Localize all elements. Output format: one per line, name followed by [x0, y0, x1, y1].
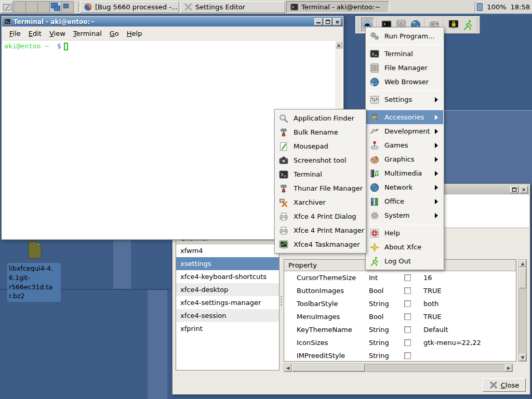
menu-item-games[interactable]: Games	[366, 138, 443, 152]
locked-checkbox[interactable]	[404, 352, 411, 359]
desktop-file-icon[interactable]: libxfcequi4-4. 6.1git- r566ec31d.ta r.bz…	[7, 241, 61, 302]
property-type: Int	[365, 274, 396, 282]
close-window-button[interactable]: ×	[520, 186, 528, 193]
workspace-cell-active[interactable]	[49, 1, 62, 13]
property-row[interactable]: KeyThemeName String Default	[284, 323, 516, 336]
menu-terminal[interactable]: Terminal	[73, 30, 102, 37]
submenu-item-mousepad[interactable]: Mousepad	[275, 139, 365, 153]
menu-go[interactable]: Go	[110, 30, 119, 37]
launcher-lock-screen[interactable]	[447, 18, 460, 32]
submenu-item-screenshot-tool[interactable]: Screenshot tool	[275, 153, 365, 167]
minimize-button[interactable]	[314, 18, 323, 25]
taskbar-button-label: Terminal - aki@entoo:~	[301, 3, 381, 11]
locked-checkbox[interactable]	[404, 287, 411, 294]
menu-item-network[interactable]: Network	[366, 180, 443, 194]
scroll-left-button[interactable]: ◀	[284, 364, 291, 371]
menu-item-development[interactable]: Development	[366, 124, 443, 138]
panel-handle[interactable]	[476, 18, 478, 32]
menu-item-multimedia[interactable]: Multimedia	[366, 166, 443, 180]
submenu-item-bulk-rename[interactable]: Bulk Rename	[275, 125, 365, 139]
locked-checkbox[interactable]	[404, 339, 411, 346]
menu-item-about-xfce[interactable]: About Xfce	[366, 240, 443, 254]
maximize-button[interactable]	[510, 186, 518, 193]
maximize-button[interactable]	[324, 18, 332, 25]
menu-item-run-program[interactable]: Run Program...	[366, 29, 443, 43]
vertical-scrollbar[interactable]: ▲ ▼	[518, 259, 527, 362]
taskbar-button-firefox[interactable]: [Bug 5660 processed -...	[80, 1, 179, 13]
locked-checkbox[interactable]	[404, 326, 411, 333]
locked-checkbox[interactable]	[404, 300, 411, 307]
channel-row[interactable]: xfce4-desktop	[176, 283, 279, 296]
taskbar-button-settings-editor[interactable]: Settings Editor	[180, 1, 285, 13]
column-header-property[interactable]: Property	[284, 260, 365, 271]
scroll-right-button[interactable]: ▶	[505, 364, 512, 371]
menu-edit[interactable]: Edit	[29, 30, 42, 37]
scroll-down-button[interactable]: ▼	[519, 354, 526, 361]
close-window-button[interactable]: ×	[333, 18, 341, 25]
submenu-item-taskmanager[interactable]: Xfce4 Taskmanager	[275, 237, 365, 251]
channel-row[interactable]: xfprint	[176, 322, 279, 335]
scrollbar-thumb[interactable]	[292, 364, 365, 371]
menu-item-label: Application Finder	[294, 114, 354, 122]
menu-item-terminal[interactable]: Terminal	[366, 47, 443, 61]
menu-item-settings[interactable]: Settings	[366, 92, 443, 107]
menu-item-label: Multimedia	[384, 169, 422, 177]
menu-item-help[interactable]: Help	[366, 226, 443, 240]
submenu-item-application-finder[interactable]: Application Finder	[275, 111, 365, 125]
scrollbar-thumb[interactable]	[519, 268, 526, 288]
launcher-logout[interactable]	[462, 18, 475, 32]
workspace-cell[interactable]	[14, 1, 26, 13]
workspace-cell[interactable]	[61, 1, 74, 13]
submenu-item-thunar[interactable]: Thunar File Manager	[275, 181, 365, 195]
workspace-cell[interactable]	[37, 1, 50, 13]
panel-separator	[474, 2, 476, 12]
xfce-main-menu: Run Program... Terminal File Manager Web…	[365, 27, 444, 270]
property-row[interactable]: IconSizes String gtk-menu=22,22	[284, 336, 516, 349]
submenu-item-xarchiver[interactable]: Xarchiver	[275, 195, 365, 209]
submenu-item-print-manager[interactable]: Xfce 4 Print Manager	[275, 223, 365, 237]
menu-item-label: Thunar File Manager	[294, 184, 363, 192]
taskbar-button-terminal[interactable]: Terminal - aki@entoo:~	[286, 1, 389, 13]
panel-handle[interactable]	[357, 18, 360, 32]
menu-item-file-manager[interactable]: File Manager	[366, 61, 443, 75]
terminal-titlebar[interactable]: Terminal - aki@entoo:~ ×	[2, 17, 343, 26]
menu-item-accessories[interactable]: Accessories	[366, 110, 443, 124]
channel-row[interactable]: xfce4-keyboard-shortcuts	[176, 270, 279, 283]
menu-item-log-out[interactable]: Log Out	[366, 254, 443, 268]
horizontal-scrollbar[interactable]: ◀ ▶	[284, 364, 513, 372]
channel-row-selected[interactable]: xsettings	[176, 257, 279, 270]
scroll-up-button[interactable]: ▲	[519, 260, 526, 267]
property-name: IconSizes	[284, 339, 365, 347]
property-row[interactable]: MenuImages Bool TRUE	[284, 310, 516, 323]
property-row[interactable]: CursorThemeSize Int 16	[284, 271, 516, 284]
property-row[interactable]: ButtonImages Bool TRUE	[284, 284, 516, 297]
menu-help[interactable]: Help	[127, 30, 142, 37]
scroll-up-button[interactable]: ▲	[335, 41, 342, 48]
menu-item-graphics[interactable]: Graphics	[366, 152, 443, 166]
workspace-cell[interactable]	[25, 1, 38, 13]
submenu-item-terminal[interactable]: Terminal	[275, 167, 365, 181]
show-desktop-button[interactable]	[1, 1, 13, 13]
games-icon	[369, 140, 380, 151]
property-row[interactable]: ToolbarStyle String both	[284, 297, 516, 310]
terminal-prompt-symbol: $	[53, 42, 61, 50]
menu-item-office[interactable]: Office	[366, 194, 443, 208]
submenu-item-print-dialog[interactable]: Xfce 4 Print Dialog	[275, 209, 365, 223]
menu-item-web-browser[interactable]: Web Browser	[366, 75, 443, 89]
property-value: gtk-menu=22,22	[419, 339, 516, 347]
locked-checkbox[interactable]	[404, 274, 411, 281]
property-value: 16	[419, 274, 516, 282]
property-row[interactable]: IMPreeditStyle String	[284, 349, 516, 362]
locked-checkbox[interactable]	[404, 313, 411, 320]
menu-view[interactable]: View	[49, 30, 65, 37]
submenu-arrow-icon	[435, 97, 438, 102]
menu-item-system[interactable]: System	[366, 208, 443, 222]
submenu-arrow-icon	[435, 157, 438, 162]
close-button[interactable]: Close	[483, 378, 526, 392]
menu-file[interactable]: File	[9, 30, 21, 37]
channel-row[interactable]: xfce4-session	[176, 309, 279, 322]
channel-row[interactable]: xfce4-settings-manager	[176, 296, 279, 309]
menu-item-label: Xfce 4 Print Manager	[294, 227, 364, 234]
channel-row[interactable]: xfwm4	[176, 244, 279, 257]
multimedia-icon	[369, 168, 380, 179]
